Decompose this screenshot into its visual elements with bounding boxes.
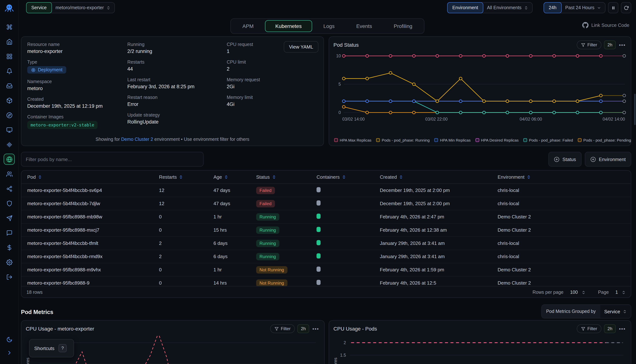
cpu-service-filter-button[interactable]: Filter xyxy=(270,324,295,333)
legend-item[interactable]: Pods - pod_phase: Failed xyxy=(523,138,573,142)
pod-restarts: 0 xyxy=(159,214,213,220)
pod-containers xyxy=(316,253,380,260)
sidebar-item-compass-icon[interactable] xyxy=(4,110,15,120)
sidebar-item-home-icon[interactable] xyxy=(4,36,15,47)
pod-created: December 19th, 2025 at 2:00 pm xyxy=(380,188,498,193)
github-icon xyxy=(582,22,588,28)
question-key-icon: ? xyxy=(59,344,67,352)
column-header-created[interactable]: Created xyxy=(380,174,498,180)
pod-restarts: 12 xyxy=(159,201,213,206)
legend-item[interactable]: Pods - pod_phase: Running xyxy=(376,138,430,142)
table-row[interactable]: metoro-exporter-95fbc8988-m9vhx01 hrNot … xyxy=(21,263,631,276)
legend-item[interactable]: HPA Desired Replicas xyxy=(475,138,519,142)
tab-apm[interactable]: APM xyxy=(232,20,264,32)
column-header-pod[interactable]: Pod xyxy=(21,174,159,180)
column-header-containers[interactable]: Containers xyxy=(316,174,380,180)
service-selector[interactable]: Service metoro/metoro-exporter xyxy=(26,2,115,13)
sidebar-item-shield-icon[interactable] xyxy=(4,198,15,209)
table-row[interactable]: metoro-exporter-95fbc8988-9014 hrsNot Ru… xyxy=(21,276,631,286)
table-row[interactable]: metoro-exporter-5b4f4bccbb-rmd9x26 daysR… xyxy=(21,250,631,263)
service-selector-kind[interactable]: Service xyxy=(26,2,52,13)
link-source-code-button[interactable]: Link Source Code xyxy=(582,22,629,28)
sidebar-item-globe-icon[interactable] xyxy=(4,154,15,165)
pod-created: January 29th, 2026 at 3:41 am xyxy=(380,254,498,259)
sidebar-item-package-icon[interactable] xyxy=(4,95,15,106)
pod-age: 14 hrs xyxy=(213,280,256,286)
table-row[interactable]: metoro-exporter-5b4f4bccbb-7djlw1247 day… xyxy=(21,197,631,210)
pod-status-menu-button[interactable]: ••• xyxy=(618,42,626,48)
sidebar-chevron-right-icon[interactable] xyxy=(4,347,15,358)
pod-age: 1 hr xyxy=(213,267,256,272)
refresh-button[interactable] xyxy=(621,2,631,13)
pod-containers xyxy=(316,280,380,286)
pause-button[interactable] xyxy=(608,2,618,13)
time-range-selector[interactable]: 24h Past 24 Hours xyxy=(544,2,605,13)
pod-metrics-grouped-by[interactable]: Pod Metrics Grouped by Service xyxy=(541,304,631,318)
add-environment-filter-button[interactable]: Environment xyxy=(585,152,631,166)
column-header-age[interactable]: Age xyxy=(213,174,256,180)
legend-item[interactable]: Pods - pod_phase: Pending xyxy=(578,138,631,142)
cpu-pods-range-chip[interactable]: 2h xyxy=(604,324,616,333)
table-row[interactable]: metoro-exporter-5b4f4bccbb-sv6p41247 day… xyxy=(21,184,631,197)
service-selector-value[interactable]: metoro/metoro-exporter xyxy=(51,2,115,13)
pod-status-filter-button[interactable]: Filter xyxy=(577,40,601,49)
rows-per-page-select[interactable]: 100 xyxy=(570,290,578,295)
sidebar-item-bell-icon[interactable] xyxy=(4,66,15,76)
sidebar-item-inbox-icon[interactable] xyxy=(4,80,15,91)
page-select[interactable]: 1 xyxy=(615,290,618,295)
cluster-link[interactable]: Demo Cluster 2 xyxy=(121,137,153,142)
time-range-value[interactable]: Past 24 Hours xyxy=(561,2,605,13)
sidebar-item-grid-icon[interactable] xyxy=(4,51,15,62)
sidebar-item-users-icon[interactable] xyxy=(4,168,15,180)
table-row[interactable]: metoro-exporter-5b4f4bccbb-tfmlt26 daysR… xyxy=(21,237,631,250)
sidebar-item-monitor-icon[interactable] xyxy=(4,124,15,135)
filter-icon xyxy=(581,43,585,47)
pod-name: metoro-exporter-5b4f4bccbb-7djlw xyxy=(21,201,159,206)
pod-status: Failed xyxy=(256,200,316,207)
shortcuts-popup[interactable]: Shortcuts ? xyxy=(29,339,74,358)
pod-status-legend: HPA Max ReplicasPods - pod_phase: Runnin… xyxy=(334,138,628,142)
tab-logs[interactable]: Logs xyxy=(313,20,345,32)
pod-containers xyxy=(316,240,380,246)
sidebar-item-activity-icon[interactable] xyxy=(4,139,15,150)
sidebar-item-message-icon[interactable] xyxy=(4,227,15,238)
cpu-service-range-chip[interactable]: 2h xyxy=(297,324,309,333)
cpu-pods-menu-button[interactable]: ••• xyxy=(618,326,626,332)
column-header-environment[interactable]: Environment xyxy=(498,174,631,180)
legend-item[interactable]: HPA Max Replicas xyxy=(334,138,371,142)
sidebar-item-share-icon[interactable] xyxy=(4,183,15,194)
sidebar-item-logout-icon[interactable] xyxy=(4,271,15,282)
pod-status-range-chip[interactable]: 2h xyxy=(604,40,616,49)
legend-item[interactable]: HPA Min Replicas xyxy=(435,138,471,142)
status-badge: Not Running xyxy=(256,266,287,273)
sidebar-moon-icon[interactable] xyxy=(4,334,15,345)
status-badge: Running xyxy=(256,240,279,247)
cpu-service-menu-button[interactable]: ••• xyxy=(312,326,320,332)
column-header-status[interactable]: Status xyxy=(256,174,316,180)
view-yaml-button[interactable]: View YAML xyxy=(284,41,318,52)
sidebar-item-rocket-icon[interactable] xyxy=(4,212,15,224)
tab-kubernetes[interactable]: Kubernetes xyxy=(265,20,312,32)
table-row[interactable]: metoro-exporter-95fbc8988-mb98w01 hrRunn… xyxy=(21,210,631,224)
column-header-restarts[interactable]: Restarts xyxy=(159,174,213,180)
status-badge: Not Running xyxy=(256,279,287,286)
tab-profiling[interactable]: Profiling xyxy=(384,20,423,32)
cpu-pods-filter-button[interactable]: Filter xyxy=(577,324,601,333)
environment-selector-value[interactable]: All Environments xyxy=(483,2,532,13)
time-range-badge[interactable]: 24h xyxy=(544,2,562,13)
metoro-logo-icon[interactable] xyxy=(4,3,14,13)
environment-selector[interactable]: Environment All Environments xyxy=(447,2,533,13)
table-row[interactable]: metoro-exporter-95fbc8988-mxcj7015 hrsRu… xyxy=(21,224,631,237)
app-root: Service metoro/metoro-exporter Environme… xyxy=(0,0,636,364)
page-scrollbar[interactable] xyxy=(634,94,636,125)
tab-events[interactable]: Events xyxy=(346,20,382,32)
sidebar-item-settings-icon[interactable] xyxy=(4,257,15,268)
environment-selector-kind[interactable]: Environment xyxy=(447,2,483,13)
svg-text:03/02 22:00: 03/02 22:00 xyxy=(425,117,448,122)
sidebar-item-command-icon[interactable] xyxy=(4,21,15,32)
sidebar-item-dollar-icon[interactable] xyxy=(4,242,15,253)
pods-filter-input[interactable] xyxy=(21,152,203,166)
pods-table-footer: 18 rows Rows per page 100 Page 1 xyxy=(21,286,631,298)
add-status-filter-button[interactable]: Status xyxy=(548,152,581,166)
field-created: CreatedDecember 19th, 2025 at 12:19 pm xyxy=(27,97,103,109)
